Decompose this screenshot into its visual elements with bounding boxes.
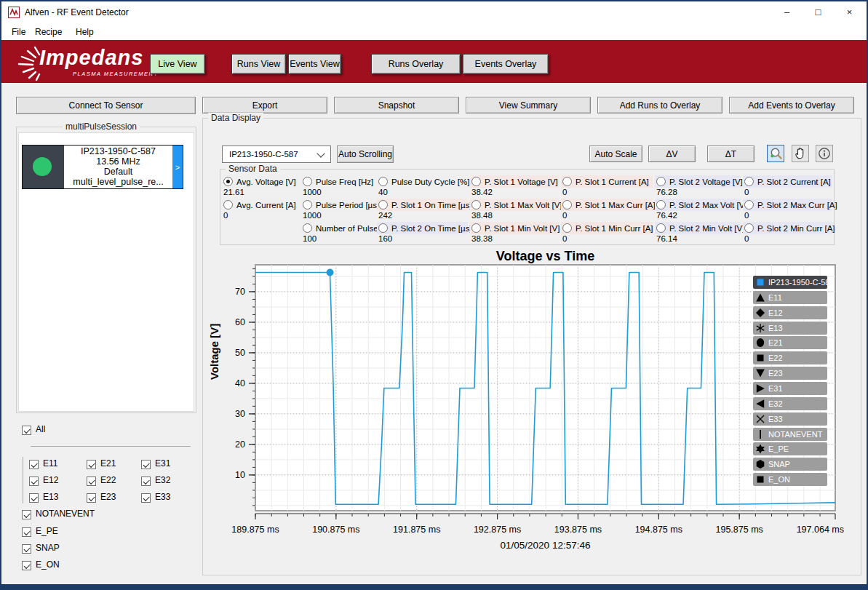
legend-label: E31 bbox=[768, 384, 783, 393]
info-button[interactable] bbox=[816, 145, 833, 162]
filter-e13-checkbox[interactable] bbox=[29, 493, 39, 503]
connect-to-sensor-button[interactable]: Connect To Sensor bbox=[16, 97, 196, 114]
legend-item-e32[interactable]: E32 bbox=[753, 397, 827, 410]
x-axis-tick-label: 192.875 ms bbox=[474, 525, 521, 535]
sensor-field-p-slot-1-min-volt-v: P. Slot 1 Min Volt [V] bbox=[470, 222, 559, 234]
snapshot-button[interactable]: Snapshot bbox=[334, 97, 459, 113]
filter-all-label: All bbox=[36, 424, 45, 434]
sensor-field-p-slot-1-current-a-radio[interactable] bbox=[562, 177, 572, 186]
sensor-field-avg-current-a-radio[interactable] bbox=[223, 200, 233, 210]
filter-snap-checkbox[interactable] bbox=[22, 544, 31, 554]
add-events-to-overlay-button[interactable]: Add Events to Overlay bbox=[729, 97, 854, 113]
session-recipe: multi_level_pulse_re... bbox=[64, 177, 172, 187]
legend-item-e23[interactable]: E23 bbox=[753, 367, 827, 380]
y-axis-tick-label: 70 bbox=[235, 287, 245, 297]
filter-e32-checkbox[interactable] bbox=[141, 477, 151, 486]
sensor-field-pulse-duty-cycle-radio[interactable] bbox=[378, 177, 388, 186]
sensor-field-p-slot-1-max-curr-a-radio[interactable] bbox=[562, 200, 572, 210]
export-button[interactable]: Export bbox=[202, 97, 327, 113]
sensor-field-pulse-freq-hz-radio[interactable] bbox=[303, 177, 312, 186]
sensor-field-pulse-period-s-radio[interactable] bbox=[303, 200, 312, 210]
sensor-field-p-slot-2-max-volt-v-radio[interactable] bbox=[656, 200, 666, 210]
sensor-field-p-slot-2-max-curr-a-label: P. Slot 2 Max Curr [A] bbox=[757, 201, 837, 210]
filter-notanevent-checkbox[interactable] bbox=[22, 510, 31, 519]
legend-item-notanevent[interactable]: NOTANEVENT bbox=[753, 428, 827, 441]
legend-label: E12 bbox=[768, 308, 783, 317]
sensor-field-pulse-duty-cycle-label: Pulse Duty Cycle [%] bbox=[391, 178, 469, 186]
auto-scale-button[interactable]: Auto Scale bbox=[589, 145, 642, 162]
nav-runs-overlay-button[interactable]: Runs Overlay bbox=[371, 54, 461, 74]
menu-item-help[interactable]: Help bbox=[71, 25, 98, 39]
sensor-field-avg-voltage-v-radio[interactable] bbox=[223, 177, 233, 186]
legend-item-e11[interactable]: E11 bbox=[753, 291, 827, 304]
legend-item-ip213-1950-c-587[interactable]: IP213-1950-C-587 bbox=[753, 276, 827, 289]
sensor-field-number-of-pulses-radio[interactable] bbox=[303, 223, 312, 233]
legend-marker-e-pe-icon bbox=[755, 444, 765, 454]
zoom-tool-button[interactable] bbox=[767, 145, 784, 162]
add-runs-to-overlay-button[interactable]: Add Runs to Overlay bbox=[597, 97, 722, 113]
filter-e-on-label: E_ON bbox=[36, 559, 60, 570]
auto-scrolling-button[interactable]: Auto Scrolling bbox=[337, 145, 394, 163]
sensor-field-p-slot-2-current-a-radio[interactable] bbox=[744, 177, 754, 186]
filter-e31-checkbox[interactable] bbox=[141, 460, 151, 469]
maximize-button[interactable]: □ bbox=[803, 1, 834, 23]
close-button[interactable]: × bbox=[834, 1, 865, 23]
filter-e22-checkbox[interactable] bbox=[87, 477, 96, 486]
legend-item-e22[interactable]: E22 bbox=[753, 351, 827, 364]
session-item[interactable]: IP213-1950-C-587 13.56 MHz Default multi… bbox=[22, 145, 183, 189]
nav-events-view-button[interactable]: Events View bbox=[288, 54, 341, 74]
filter-e12-checkbox[interactable] bbox=[29, 477, 39, 486]
sensor-field-p-slot-2-min-volt-v-radio[interactable] bbox=[656, 223, 666, 233]
legend-marker-e13-icon bbox=[755, 323, 765, 333]
pan-tool-button[interactable] bbox=[792, 145, 809, 162]
legend-item-e-on[interactable]: E_ON bbox=[753, 473, 827, 486]
delta-t-button[interactable]: ΔT bbox=[707, 145, 754, 162]
sensor-field-p-slot-2-min-curr-a-label: P. Slot 2 Min Curr [A] bbox=[757, 224, 835, 233]
sensor-field-p-slot-2-on-time-s-radio[interactable] bbox=[378, 223, 388, 233]
sensor-field-p-slot-1-min-volt-v-radio[interactable] bbox=[471, 223, 481, 233]
sensor-field-p-slot-1-min-curr-a-radio[interactable] bbox=[562, 223, 572, 233]
sensor-field-p-slot-1-voltage-v-radio[interactable] bbox=[471, 177, 481, 186]
filter-all-checkbox[interactable] bbox=[22, 426, 31, 435]
device-select[interactable]: IP213-1950-C-587 bbox=[222, 145, 331, 163]
legend-item-e-pe[interactable]: E_PE bbox=[753, 442, 827, 455]
delta-v-button[interactable]: ΔV bbox=[648, 145, 696, 162]
session-expand-button[interactable]: > bbox=[172, 145, 183, 188]
session-group-title: multiPulseSession bbox=[63, 121, 140, 132]
sensor-field-avg-current-a: Avg. Current [A] bbox=[222, 199, 299, 211]
legend-item-e12[interactable]: E12 bbox=[753, 306, 827, 319]
menu-item-recipe[interactable]: Recipe bbox=[31, 25, 66, 39]
filter-e33-checkbox[interactable] bbox=[141, 493, 151, 503]
sensor-field-p-slot-1-voltage-v-value: 38.42 bbox=[471, 188, 493, 196]
sensor-field-p-slot-2-voltage-v-radio[interactable] bbox=[656, 177, 666, 186]
sensor-field-p-slot-1-max-volt-v-radio[interactable] bbox=[471, 200, 481, 210]
sensor-field-p-slot-1-max-curr-a-label: P. Slot 1 Max Curr [A] bbox=[576, 201, 656, 210]
sensor-field-p-slot-2-min-curr-a-radio[interactable] bbox=[744, 223, 754, 233]
nav-live-view-button[interactable]: Live View bbox=[150, 54, 205, 74]
menu-bar: FileRecipeHelp bbox=[1, 23, 867, 40]
view-summary-button[interactable]: View Summary bbox=[466, 97, 591, 113]
sensor-field-p-slot-1-on-time-s-radio[interactable] bbox=[378, 200, 388, 210]
x-axis-tick-label: 195.875 ms bbox=[716, 525, 763, 535]
filter-e-on-checkbox[interactable] bbox=[22, 561, 31, 570]
menu-item-file[interactable]: File bbox=[7, 25, 30, 39]
filter-e11-checkbox[interactable] bbox=[29, 460, 39, 469]
filter-e23-checkbox[interactable] bbox=[87, 493, 96, 503]
sensor-field-p-slot-2-max-curr-a-radio[interactable] bbox=[744, 200, 754, 210]
filter-e13-label: E13 bbox=[43, 492, 58, 502]
nav-events-overlay-button[interactable]: Events Overlay bbox=[463, 54, 549, 74]
legend-item-snap[interactable]: SNAP bbox=[753, 458, 827, 471]
sensor-field-p-slot-2-min-volt-v: P. Slot 2 Min Volt [V] bbox=[655, 222, 741, 234]
legend-item-e21[interactable]: E21 bbox=[753, 336, 827, 349]
legend-item-e31[interactable]: E31 bbox=[753, 382, 827, 395]
nav-runs-view-button[interactable]: Runs View bbox=[231, 54, 286, 74]
sensor-field-pulse-freq-hz-value: 1000 bbox=[303, 188, 322, 196]
filter-e21-checkbox[interactable] bbox=[87, 460, 96, 469]
filter-e-pe-checkbox[interactable] bbox=[22, 527, 31, 537]
legend-item-e13[interactable]: E13 bbox=[753, 322, 827, 335]
filter-e12-label: E12 bbox=[43, 475, 58, 485]
minimize-button[interactable]: – bbox=[771, 1, 803, 23]
legend-item-e33[interactable]: E33 bbox=[753, 412, 827, 426]
sensor-field-avg-current-a-label: Avg. Current [A] bbox=[236, 201, 296, 210]
session-frequency: 13.56 MHz bbox=[64, 156, 172, 167]
